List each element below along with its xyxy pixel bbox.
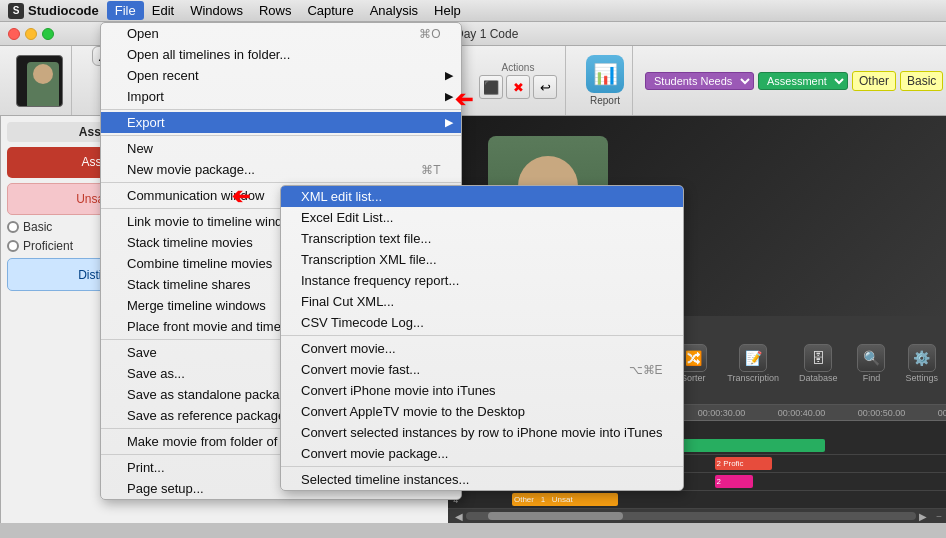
database-label: Database [799,373,838,383]
basic-radio-dot [7,221,19,233]
menu-open-all-timelines[interactable]: Open all timelines in folder... [101,44,461,65]
menu-open[interactable]: Open ⌘O [101,23,461,44]
timeline-tool-find[interactable]: 🔍 Find [857,344,885,383]
close-button[interactable] [8,28,20,40]
excel-edit-list-label: Excel Edit List... [301,210,393,225]
students-needs-dropdown[interactable]: Students Needs [645,72,754,90]
transcription-xml-label: Transcription XML file... [301,252,437,267]
menu-edit[interactable]: Edit [144,1,182,20]
toolbar-right-section: Students Needs Assessment Other Basic [645,71,946,91]
import-arrow: ▶ [445,90,453,103]
open-recent-label: Open recent [127,68,199,83]
track-bar-3b: 2 [715,475,754,489]
scroll-right-button[interactable]: ▶ [916,511,930,522]
submenu-transcription-xml[interactable]: Transcription XML file... [281,249,683,270]
report-icon: 📊 [586,55,624,93]
assessment-dropdown[interactable]: Assessment [758,72,848,90]
page-setup-label: Page setup... [127,481,204,496]
window-controls [8,28,54,40]
actions-label: Actions [502,62,535,73]
settings-label: Settings [905,373,938,383]
open-label: Open [127,26,159,41]
table-row: 4 Other 1 Unsat [448,491,946,509]
menu-open-recent[interactable]: Open recent ▶ [101,65,461,86]
video-thumbnail [16,55,63,107]
menu-import[interactable]: Import ▶ [101,86,461,107]
submenu-convert-iphone-itunes[interactable]: Convert iPhone movie into iTunes [281,380,683,401]
save-label: Save [127,345,157,360]
settings-icon: ⚙️ [908,344,936,372]
basic-badge: Basic [900,71,943,91]
submenu-separator-1 [281,335,683,336]
menu-capture[interactable]: Capture [299,1,361,20]
menu-windows[interactable]: Windows [182,1,251,20]
submenu-convert-appletv[interactable]: Convert AppleTV movie to the Desktop [281,401,683,422]
basic-radio-label: Basic [23,220,52,234]
actions-buttons: ⬛ ✖ ↩ [479,75,557,99]
separator-3 [101,182,461,183]
convert-package-label: Convert movie package... [301,446,448,461]
find-label: Find [863,373,881,383]
action-btn-2[interactable]: ✖ [506,75,530,99]
menu-rows[interactable]: Rows [251,1,300,20]
actions-area: Actions ⬛ ✖ ↩ [479,62,557,99]
export-submenu: XML edit list... Excel Edit List... Tran… [280,185,684,491]
bottom-scrollbar: ◀ ▶ − [448,509,946,523]
action-btn-3[interactable]: ↩ [533,75,557,99]
app-icon: S [8,3,24,19]
instance-frequency-label: Instance frequency report... [301,273,459,288]
submenu-instance-frequency[interactable]: Instance frequency report... [281,270,683,291]
scrollbar-track[interactable] [466,512,916,520]
separator-1 [101,109,461,110]
submenu-final-cut-xml[interactable]: Final Cut XML... [281,291,683,312]
new-label: New [127,141,153,156]
minimize-button[interactable] [25,28,37,40]
menu-help[interactable]: Help [426,1,469,20]
action-btn-1[interactable]: ⬛ [479,75,503,99]
menu-new[interactable]: New [101,138,461,159]
ruler-mark-6: 00:01:00.00 [938,408,946,418]
submenu-convert-selected[interactable]: Convert selected instances by row to iPh… [281,422,683,443]
submenu-transcription-text[interactable]: Transcription text file... [281,228,683,249]
final-cut-xml-label: Final Cut XML... [301,294,394,309]
timeline-tool-settings[interactable]: ⚙️ Settings [905,344,938,383]
maximize-button[interactable] [42,28,54,40]
open-recent-arrow: ▶ [445,69,453,82]
menu-analysis[interactable]: Analysis [362,1,426,20]
export-label: Export [127,115,165,130]
convert-iphone-itunes-label: Convert iPhone movie into iTunes [301,383,496,398]
track-bar-4: Other 1 Unsat [512,493,618,507]
new-movie-package-label: New movie package... [127,162,255,177]
report-label: Report [590,95,620,106]
convert-movie-label: Convert movie... [301,341,396,356]
transcription-text-label: Transcription text file... [301,231,431,246]
menu-export[interactable]: Export ▶ [101,112,461,133]
timeline-tool-database[interactable]: 🗄 Database [799,344,838,383]
save-as-label: Save as... [127,366,185,381]
transcription-label: Transcription [727,373,779,383]
submenu-selected-timeline[interactable]: Selected timeline instances... [281,469,683,490]
communication-window-label: Communication window [127,188,264,203]
submenu-separator-2 [281,466,683,467]
submenu-csv-timecode-log[interactable]: CSV Timecode Log... [281,312,683,333]
track-bar-2b: 2 Profic [715,457,773,471]
zoom-indicator: − [936,511,942,522]
video-thumbnail-section [8,46,72,115]
report-button[interactable]: 📊 Report [586,55,624,106]
menu-new-movie-package[interactable]: New movie package... ⌘T [101,159,461,180]
combine-movies-label: Combine timeline movies [127,256,272,271]
menu-file[interactable]: File [107,1,144,20]
stack-shares-label: Stack timeline shares [127,277,251,292]
submenu-convert-movie-fast[interactable]: Convert movie fast... ⌥⌘E [281,359,683,380]
submenu-convert-package[interactable]: Convert movie package... [281,443,683,464]
submenu-xml-edit-list[interactable]: XML edit list... [281,186,683,207]
link-movie-label: Link movie to timeline window [127,214,299,229]
scroll-left-button[interactable]: ◀ [452,511,466,522]
proficient-radio-label: Proficient [23,239,73,253]
convert-appletv-label: Convert AppleTV movie to the Desktop [301,404,525,419]
submenu-convert-movie[interactable]: Convert movie... [281,338,683,359]
selected-timeline-label: Selected timeline instances... [301,472,469,487]
scrollbar-thumb[interactable] [488,512,623,520]
timeline-tool-transcription[interactable]: 📝 Transcription [727,344,779,383]
submenu-excel-edit-list[interactable]: Excel Edit List... [281,207,683,228]
